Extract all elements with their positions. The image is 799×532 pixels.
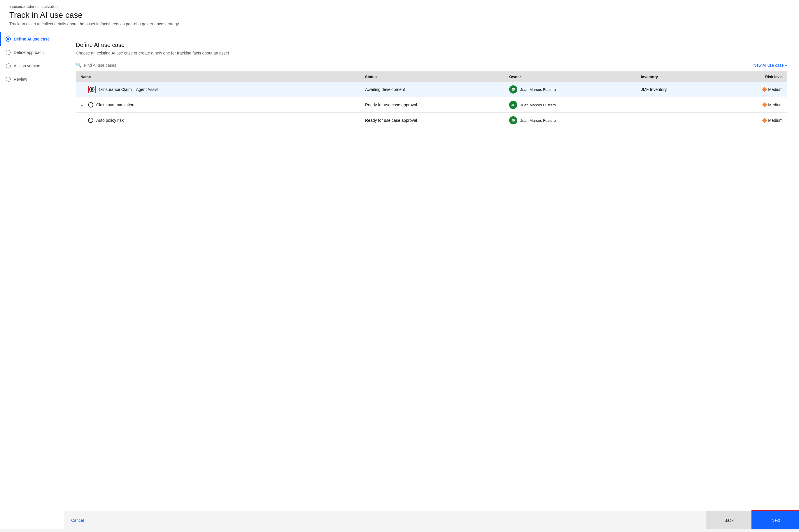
page-title: Track in AI use case — [9, 11, 790, 20]
sidebar-label-define-approach: Define approach — [14, 50, 44, 55]
search-icon: 🔍 — [76, 62, 81, 68]
row3-name-cell: ⌄ Auto policy risk — [76, 113, 360, 128]
row1-name-cell: ⌄ 1-Insurance Claim – Agent Assist — [76, 82, 360, 97]
row1-radio[interactable] — [89, 87, 94, 92]
content-area: Define AI use case Choose an existing AI… — [64, 32, 799, 529]
table-row[interactable]: ⌄ Claim summarization Ready for use case… — [76, 97, 787, 113]
row2-name-cell: ⌄ Claim summarization — [76, 97, 360, 113]
row2-owner-name: Juan Marcos Fustero — [520, 103, 556, 107]
row3-risk-diamond — [762, 118, 767, 123]
sidebar-item-assign-version[interactable]: Assign version — [0, 59, 64, 73]
sidebar-item-define-ai-use-case[interactable]: Define AI use case — [0, 32, 64, 46]
row3-chevron[interactable]: ⌄ — [80, 118, 84, 122]
table-row[interactable]: ⌄ Auto policy risk Ready for use case ap… — [76, 113, 787, 128]
footer-bar: Cancel Back Next — [64, 511, 799, 529]
page-subtitle: Track an asset to collect details about … — [9, 22, 790, 26]
row1-owner-name: Juan Marcos Fustero — [520, 88, 556, 92]
row3-avatar: JF — [509, 116, 517, 125]
new-use-case-link[interactable]: New AI use case + — [753, 63, 787, 68]
row2-avatar: JF — [509, 101, 517, 109]
page-header: Insurance claim summarization Track in A… — [0, 0, 799, 32]
new-use-case-label: New AI use case — [753, 63, 784, 68]
search-bar: 🔍 New AI use case + — [76, 62, 787, 72]
search-input[interactable] — [84, 63, 753, 68]
row2-chevron[interactable]: ⌄ — [80, 103, 84, 107]
sidebar: Define AI use case Define approach Assig… — [0, 32, 64, 529]
content-panel: Define AI use case Choose an existing AI… — [64, 32, 799, 511]
col-header-name: Name — [76, 72, 360, 82]
cancel-button[interactable]: Cancel — [64, 511, 706, 529]
table-header-row: Name Status Owner Inventory Risk level — [76, 72, 787, 82]
row2-risk-cell: Medium — [719, 97, 787, 113]
row2-status: Ready for use case approval — [360, 97, 505, 113]
row1-avatar: JF — [509, 86, 517, 94]
row2-risk-level: Medium — [768, 102, 783, 107]
use-cases-table: Name Status Owner Inventory Risk level ⌄ — [76, 72, 787, 128]
row3-owner-cell: JF Juan Marcos Fustero — [505, 113, 636, 128]
row3-inventory — [636, 113, 719, 128]
row1-radio-inner — [91, 88, 93, 91]
sidebar-label-review: Review — [14, 77, 27, 81]
row3-name: Auto policy risk — [96, 118, 124, 123]
row1-owner-cell: JF Juan Marcos Fustero — [505, 82, 636, 97]
row2-name: Claim summarization — [96, 102, 134, 107]
row2-owner-cell: JF Juan Marcos Fustero — [505, 97, 636, 113]
row1-risk-diamond — [762, 87, 767, 92]
col-header-status: Status — [360, 72, 505, 82]
table-row[interactable]: ⌄ 1-Insurance Claim – Agent Assist Await… — [76, 82, 787, 97]
sidebar-label-assign-version: Assign version — [14, 63, 40, 68]
row3-owner-name: Juan Marcos Fustero — [520, 118, 556, 123]
new-use-case-plus: + — [785, 63, 787, 68]
panel-subtitle: Choose an existing AI use case or create… — [76, 51, 787, 55]
sidebar-item-review[interactable]: Review — [0, 73, 64, 86]
step-icon-define-ai-use-case — [5, 36, 11, 42]
col-header-risk: Risk level — [719, 72, 787, 82]
row1-inventory: JMF Inventory — [636, 82, 719, 97]
row1-radio-selected-box[interactable] — [88, 86, 96, 93]
main-layout: Define AI use case Define approach Assig… — [0, 32, 799, 529]
step-icon-review — [5, 77, 11, 82]
next-button[interactable]: Next — [752, 511, 799, 529]
row3-radio[interactable] — [88, 118, 93, 123]
row1-risk-cell: Medium — [719, 82, 787, 97]
row2-inventory — [636, 97, 719, 113]
col-header-owner: Owner — [505, 72, 636, 82]
row3-risk-cell: Medium — [719, 113, 787, 128]
sidebar-item-define-approach[interactable]: Define approach — [0, 46, 64, 59]
row3-risk-level: Medium — [768, 118, 783, 123]
row2-risk-diamond — [762, 102, 767, 108]
row1-name: 1-Insurance Claim – Agent Assist — [98, 87, 158, 92]
row1-risk-level: Medium — [768, 87, 783, 92]
row2-radio[interactable] — [88, 102, 93, 108]
sidebar-label-define-ai-use-case: Define AI use case — [14, 37, 50, 41]
row3-status: Ready for use case approval — [360, 113, 505, 128]
back-button[interactable]: Back — [706, 511, 752, 529]
step-icon-define-approach — [5, 50, 11, 55]
step-icon-assign-version — [5, 63, 11, 69]
panel-title: Define AI use case — [76, 42, 787, 49]
col-header-inventory: Inventory — [636, 72, 719, 82]
breadcrumb: Insurance claim summarization — [9, 5, 790, 9]
row1-chevron[interactable]: ⌄ — [80, 88, 84, 92]
search-bar-inner: 🔍 — [76, 62, 753, 68]
row1-status: Awaiting development — [360, 82, 505, 97]
